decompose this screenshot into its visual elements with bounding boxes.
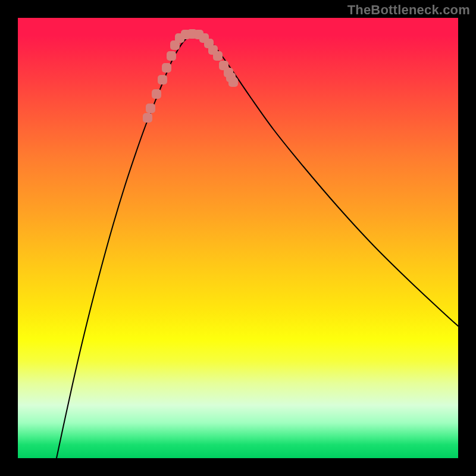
bottleneck-curve xyxy=(57,35,458,458)
curve-marker xyxy=(167,51,176,61)
curve-marker xyxy=(152,89,161,99)
chart-frame: TheBottleneck.com xyxy=(0,0,476,476)
curve-layer xyxy=(18,18,458,458)
curve-marker xyxy=(228,77,238,87)
curve-marker xyxy=(162,63,171,73)
curve-marker xyxy=(143,113,152,123)
curve-marker xyxy=(158,75,167,84)
curve-marker xyxy=(146,104,155,113)
plot-area xyxy=(18,18,458,458)
watermark-text: TheBottleneck.com xyxy=(347,2,470,18)
curve-marker xyxy=(213,51,223,61)
